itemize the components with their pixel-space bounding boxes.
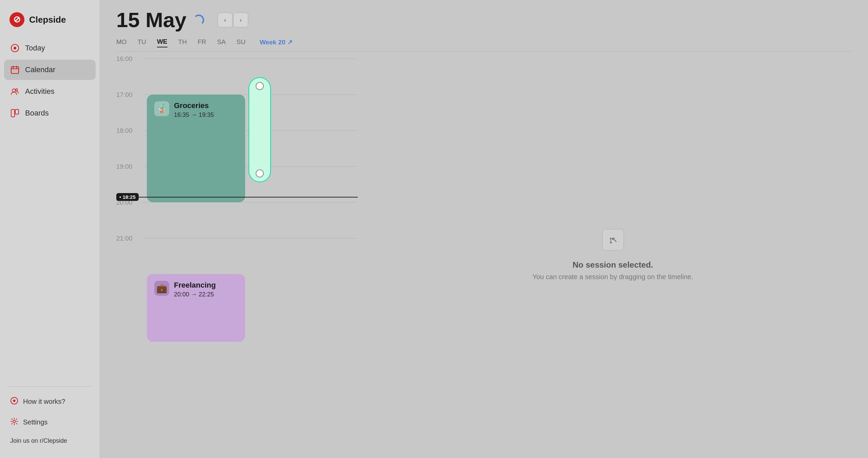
svg-rect-4 (11, 67, 19, 74)
svg-point-13 (13, 400, 16, 402)
svg-point-3 (14, 47, 16, 49)
session-picker[interactable] (249, 77, 271, 182)
no-session-title: No session selected. (573, 260, 653, 270)
sidebar-item-activities[interactable]: Activities (4, 81, 96, 102)
current-time-line (139, 197, 358, 197)
event-freelancing-emoji: 💼 (154, 281, 169, 296)
how-it-works-icon (10, 397, 18, 407)
timeline[interactable]: 16:00 17:00 18:00 19:00 (100, 52, 358, 458)
time-line-20 (143, 202, 358, 203)
event-groceries-info: Groceries 16:35 → 19:35 (174, 101, 238, 119)
time-row-21: 21:00 (116, 238, 358, 274)
event-groceries-time: 16:35 → 19:35 (174, 111, 238, 119)
settings-icon (10, 417, 18, 427)
time-label-16: 16:00 (116, 55, 143, 63)
nav-arrows: ‹ › (218, 13, 248, 27)
time-line-16 (143, 59, 358, 59)
event-freelancing-info: Freelancing 20:00 → 22:25 (174, 281, 238, 298)
day-sa[interactable]: SA (217, 37, 225, 47)
svg-point-8 (13, 89, 16, 92)
loading-spinner (193, 15, 204, 25)
sidebar-item-calendar[interactable]: Calendar (4, 60, 96, 80)
header-top: 15 May ‹ › (116, 9, 852, 30)
no-session-desc: You can create a session by dragging on … (532, 273, 693, 281)
header: 15 May ‹ › MO TU WE TH FR SA SU Week 20 … (100, 0, 868, 52)
boards-icon (10, 108, 20, 118)
content-area: 16:00 17:00 18:00 19:00 (100, 52, 868, 458)
date-title: 15 May (116, 9, 186, 30)
sidebar-item-boards-label: Boards (25, 109, 49, 118)
sort-icon-box[interactable]: ↕ ↖ (602, 229, 624, 251)
svg-point-9 (16, 89, 18, 91)
sidebar-item-calendar-label: Calendar (25, 65, 55, 74)
svg-rect-10 (11, 109, 15, 117)
day-we[interactable]: WE (157, 37, 167, 47)
event-groceries[interactable]: 🧋 Groceries 16:35 → 19:35 (147, 95, 245, 202)
today-icon (10, 43, 20, 53)
day-th[interactable]: TH (178, 37, 187, 47)
week-link[interactable]: Week 20 ↗ (260, 38, 293, 46)
app-logo-icon: ⊘ (9, 12, 24, 27)
time-row-20: 20:00 (116, 202, 358, 238)
svg-rect-11 (15, 109, 19, 114)
cursor-icon: ↖ (611, 235, 617, 244)
picker-handle-bottom[interactable] (256, 169, 264, 178)
day-fr[interactable]: FR (198, 37, 206, 47)
event-freelancing-time: 20:00 → 22:25 (174, 291, 238, 298)
calendar-icon (10, 65, 20, 75)
app-logo-area: ⊘ Clepside (0, 0, 100, 38)
time-row-16: 16:00 (116, 59, 358, 95)
time-label-19: 19:00 (116, 163, 143, 170)
sidebar-item-activities-label: Activities (25, 87, 55, 96)
event-freelancing[interactable]: 💼 Freelancing 20:00 → 22:25 (147, 274, 245, 342)
activities-icon (10, 87, 20, 96)
event-freelancing-header: 💼 Freelancing 20:00 → 22:25 (154, 281, 238, 298)
event-groceries-emoji: 🧋 (154, 101, 169, 116)
time-label-21: 21:00 (116, 235, 143, 242)
sidebar-item-boards[interactable]: Boards (4, 103, 96, 123)
time-label-18: 18:00 (116, 127, 143, 134)
event-groceries-title: Groceries (174, 101, 238, 110)
day-su[interactable]: SU (237, 37, 245, 47)
svg-text:⊘: ⊘ (13, 14, 21, 24)
picker-handle-top[interactable] (256, 82, 264, 90)
app-name: Clepside (29, 15, 66, 25)
right-panel: ↕ ↖ No session selected. You can create … (358, 52, 868, 458)
sidebar-item-today-label: Today (25, 44, 45, 53)
time-line-21 (143, 238, 358, 238)
event-groceries-header: 🧋 Groceries 16:35 → 19:35 (154, 101, 238, 119)
next-button[interactable]: › (233, 13, 248, 27)
time-label-17: 17:00 (116, 91, 143, 99)
main-content: 15 May ‹ › MO TU WE TH FR SA SU Week 20 … (100, 0, 868, 458)
event-freelancing-title: Freelancing (174, 281, 238, 290)
day-tu[interactable]: TU (138, 37, 146, 47)
current-time-indicator: • 18:25 (116, 193, 358, 201)
sidebar: ⊘ Clepside Today (0, 0, 100, 458)
footer-divider (8, 386, 92, 387)
day-mo[interactable]: MO (116, 37, 127, 47)
prev-button[interactable]: ‹ (218, 13, 233, 27)
how-it-works-label: How it works? (23, 398, 65, 405)
current-time-badge: • 18:25 (116, 193, 139, 201)
sidebar-nav: Today Calendar (0, 38, 100, 377)
svg-point-14 (13, 420, 16, 423)
community-link-text: Join us on r/Clepside (10, 437, 67, 444)
settings-label: Settings (23, 418, 47, 426)
sidebar-item-today[interactable]: Today (4, 38, 96, 58)
how-it-works-item[interactable]: How it works? (8, 393, 92, 410)
community-link[interactable]: Join us on r/Clepside (8, 435, 92, 447)
days-row: MO TU WE TH FR SA SU Week 20 ↗ (116, 37, 852, 47)
sidebar-footer: How it works? Settings Join us on r/Clep… (0, 377, 100, 458)
settings-item[interactable]: Settings (8, 414, 92, 431)
